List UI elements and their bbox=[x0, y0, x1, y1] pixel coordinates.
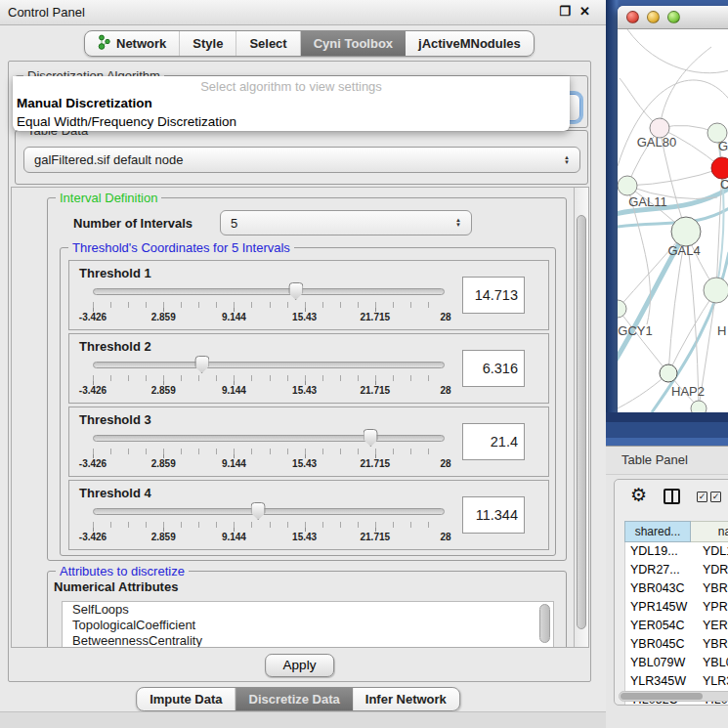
table-horizontal-scrollbar[interactable] bbox=[619, 691, 728, 702]
slider-track bbox=[93, 435, 445, 442]
list-item[interactable]: TopologicalCoefficient bbox=[63, 618, 553, 633]
node-bottom[interactable] bbox=[691, 401, 707, 412]
apply-button[interactable]: Apply bbox=[265, 654, 335, 677]
checkbox-icon[interactable]: ✓ bbox=[697, 492, 707, 502]
column-header-name[interactable]: na bbox=[691, 521, 728, 542]
slider-ticks bbox=[93, 449, 446, 458]
algorithm-option-equal-width[interactable]: Equal Width/Frequency Discretization bbox=[13, 112, 570, 131]
control-panel-titlebar: Control Panel ❐ ✕ bbox=[0, 0, 606, 25]
attributes-group-title: Attributes to discretize bbox=[56, 564, 189, 579]
tab-network-label: Network bbox=[116, 36, 166, 51]
threshold-1-slider[interactable] bbox=[93, 282, 445, 300]
slider-track bbox=[93, 508, 445, 515]
table-data-value: galFiltered.sif default node bbox=[34, 152, 183, 167]
tab-style[interactable]: Style bbox=[180, 31, 236, 56]
tab-infer-network[interactable]: Infer Network bbox=[353, 688, 459, 710]
zoom-traffic-button[interactable] bbox=[667, 11, 680, 23]
settings-scrollpane: Interval Definition Number of Intervals … bbox=[11, 187, 589, 648]
panel-title: Control Panel bbox=[8, 5, 85, 20]
label-gal80: GAL80 bbox=[637, 135, 676, 150]
settings-scrollbar-thumb[interactable] bbox=[577, 215, 586, 629]
threshold-1-value-field[interactable]: 14.713 bbox=[462, 277, 525, 314]
slider-ticks bbox=[93, 302, 446, 312]
float-window-icon[interactable]: ❐ bbox=[559, 4, 571, 19]
threshold-4-slider[interactable] bbox=[93, 502, 445, 520]
numerical-attributes-list: SelfLoops TopologicalCoefficient Between… bbox=[62, 601, 554, 648]
list-scrollbar[interactable] bbox=[539, 604, 550, 645]
label-gal4: GAL4 bbox=[667, 243, 700, 258]
list-item[interactable]: BetweennessCentrality bbox=[63, 633, 553, 648]
slider-track bbox=[93, 362, 445, 368]
interval-definition-group: Interval Definition Number of Intervals … bbox=[47, 197, 567, 561]
right-region: GAL80 GA C GAL11 GAL4 GCY1 H HAP2 Table … bbox=[606, 0, 728, 728]
network-view-window[interactable]: GAL80 GA C GAL11 GAL4 GCY1 H HAP2 bbox=[618, 6, 728, 412]
threshold-4-slider-thumb[interactable] bbox=[251, 502, 266, 520]
tab-discretize-data-label: Discretize Data bbox=[249, 692, 340, 707]
slider-ticks bbox=[93, 375, 446, 385]
table-row[interactable]: YBL079WYBL0 bbox=[625, 654, 728, 672]
network-window-titlebar[interactable] bbox=[618, 6, 728, 29]
threshold-3-slider[interactable] bbox=[93, 429, 445, 447]
threshold-1-slider-thumb[interactable] bbox=[288, 282, 303, 300]
interval-definition-title: Interval Definition bbox=[56, 191, 161, 206]
table-data-combobox[interactable]: galFiltered.sif default node ▲▼ bbox=[23, 147, 580, 173]
table-data-group: Table Data galFiltered.sif default node … bbox=[15, 130, 588, 185]
desktop-band bbox=[606, 412, 728, 422]
node-h[interactable] bbox=[704, 278, 728, 303]
threshold-3-slider-thumb[interactable] bbox=[364, 429, 378, 447]
tab-impute-data-label: Impute Data bbox=[150, 692, 222, 707]
node-gal11[interactable] bbox=[618, 176, 637, 195]
tab-network[interactable]: Network bbox=[85, 31, 180, 56]
column-header-shared-name[interactable]: shared... bbox=[624, 521, 691, 542]
threshold-2-slider-thumb[interactable] bbox=[194, 356, 209, 373]
table-row[interactable]: YLR345WYLR3 bbox=[625, 672, 728, 691]
tab-style-label: Style bbox=[193, 36, 223, 51]
algorithm-option-manual[interactable]: Manual Discretization bbox=[13, 94, 570, 112]
node-gcy1[interactable] bbox=[618, 300, 626, 318]
threshold-3-value-field[interactable]: 21.4 bbox=[462, 423, 525, 460]
node-red-selected[interactable] bbox=[711, 157, 728, 179]
threshold-4-value-field[interactable]: 11.344 bbox=[462, 496, 525, 534]
node-hap2[interactable] bbox=[660, 364, 677, 382]
table-row[interactable]: YPR145WYPR1 bbox=[625, 598, 728, 617]
slider-scale-labels: -3.426 2.859 9.144 15.43 21.715 28 bbox=[93, 532, 446, 544]
number-of-intervals-combobox[interactable]: 5 ▲▼ bbox=[220, 210, 472, 236]
number-of-intervals-value: 5 bbox=[231, 216, 237, 231]
threshold-1-label: Threshold 1 bbox=[79, 266, 151, 280]
settings-scrollbar[interactable] bbox=[574, 188, 588, 648]
tab-impute-data[interactable]: Impute Data bbox=[137, 688, 236, 710]
label-gcy1: GCY1 bbox=[618, 323, 652, 338]
minimize-traffic-button[interactable] bbox=[647, 11, 660, 23]
gear-icon[interactable]: ⚙ bbox=[630, 484, 647, 506]
table-row[interactable]: YBR045CYBR0 bbox=[625, 635, 728, 654]
table-row[interactable]: YDR27...YDR2 bbox=[625, 561, 728, 579]
checkbox-icon[interactable]: ✓ bbox=[710, 492, 721, 502]
table-horizontal-scrollbar-thumb[interactable] bbox=[621, 693, 703, 700]
threshold-2-slider[interactable] bbox=[93, 356, 445, 373]
algorithm-dropdown-popup: Select algorithm to view settings Manual… bbox=[13, 76, 570, 131]
network-canvas[interactable]: GAL80 GA C GAL11 GAL4 GCY1 H HAP2 bbox=[618, 29, 728, 412]
list-item[interactable]: SelfLoops bbox=[63, 602, 553, 618]
table-row[interactable]: YER054CYER0 bbox=[625, 617, 728, 635]
tab-select[interactable]: Select bbox=[236, 31, 300, 56]
network-edges[interactable] bbox=[618, 29, 728, 412]
threshold-2-value-field[interactable]: 6.316 bbox=[462, 350, 525, 387]
algorithm-popup-hint: Select algorithm to view settings bbox=[13, 76, 570, 94]
node-gal4[interactable] bbox=[671, 217, 701, 246]
table-row[interactable]: YDL19...YDL1 bbox=[625, 542, 728, 561]
close-icon[interactable]: ✕ bbox=[579, 4, 590, 19]
table-row[interactable]: YBR043CYBR0 bbox=[625, 579, 728, 598]
threshold-4-label: Threshold 4 bbox=[79, 486, 151, 500]
close-traffic-button[interactable] bbox=[626, 11, 639, 23]
threshold-3-panel: Threshold 3 -3.426 2.859 9.144 15.43 21.… bbox=[68, 407, 549, 477]
threshold-2-label: Threshold 2 bbox=[79, 339, 151, 354]
network-nodes bbox=[618, 118, 728, 412]
slider-track bbox=[93, 288, 445, 295]
tab-jactivemnodules[interactable]: jActiveMNodules bbox=[406, 31, 534, 56]
bottom-strip bbox=[0, 711, 606, 728]
combo-arrows-icon: ▲▼ bbox=[455, 218, 461, 228]
columns-icon[interactable] bbox=[664, 489, 680, 504]
tab-discretize-data[interactable]: Discretize Data bbox=[236, 688, 353, 710]
tab-cyni-toolbox[interactable]: Cyni Toolbox bbox=[301, 31, 406, 56]
table-header: shared... na bbox=[624, 521, 728, 542]
